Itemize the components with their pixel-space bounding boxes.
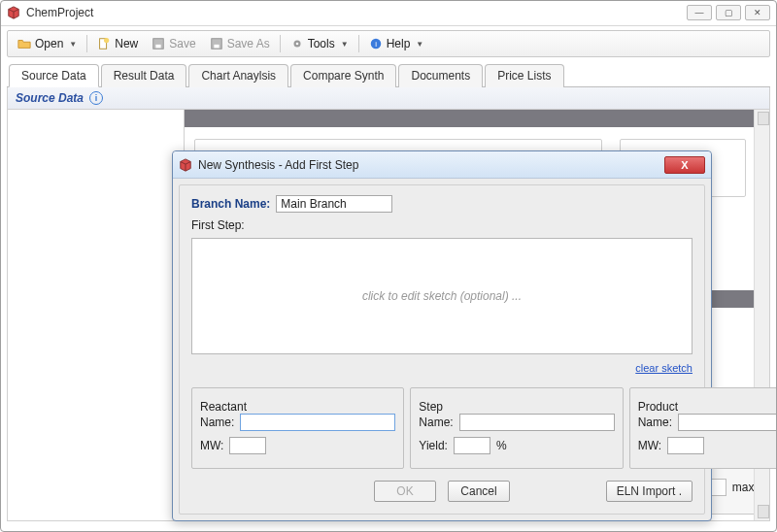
product-name-label: Name: (638, 416, 672, 429)
dialog-button-row: OK Cancel ELN Import . (191, 481, 693, 502)
reactant-mw-label: MW: (200, 439, 223, 452)
chevron-down-icon: ▼ (416, 40, 423, 49)
help-icon: i (369, 37, 383, 50)
svg-text:i: i (375, 40, 377, 49)
tree-pane[interactable] (8, 110, 185, 520)
branch-name-label: Branch Name: (191, 197, 270, 211)
separator (358, 35, 359, 52)
maximize-button[interactable]: ▢ (716, 5, 741, 20)
chevron-down-icon: ▼ (341, 40, 349, 49)
toolbar-label: Save (169, 37, 195, 50)
open-menu[interactable]: Open ▼ (12, 35, 83, 52)
eln-import-button[interactable]: ELN Import . (606, 481, 693, 502)
file-new-icon (97, 37, 111, 50)
product-mw-label: MW: (638, 439, 661, 452)
tab-chart-analysis[interactable]: Chart Anaylsis (188, 64, 288, 87)
new-button[interactable]: New (91, 35, 144, 52)
svg-rect-5 (156, 45, 161, 49)
dialog-title: New Synthesis - Add First Step (198, 158, 358, 172)
dialog-body: Branch Name: First Step: click to edit s… (179, 184, 705, 515)
close-window-button[interactable]: ✕ (745, 5, 770, 20)
step-name-input[interactable] (459, 414, 615, 431)
product-mw-input[interactable] (667, 437, 704, 454)
group-legend: Product (638, 400, 678, 414)
sketch-area[interactable]: click to edit sketch (optional) ... (191, 238, 693, 354)
toolbar-label: Tools (308, 37, 335, 50)
tab-source-data[interactable]: Source Data (9, 64, 99, 87)
tab-compare-synth[interactable]: Compare Synth (290, 64, 396, 87)
minimize-button[interactable]: — (687, 5, 712, 20)
save-button[interactable]: Save (146, 35, 201, 52)
clear-sketch-link[interactable]: clear sketch (635, 362, 693, 374)
step-group: Step Name: Yield: % (410, 387, 623, 469)
tab-price-lists[interactable]: Price Lists (485, 64, 563, 87)
save-as-button[interactable]: Save As (204, 35, 276, 52)
svg-point-3 (104, 38, 109, 43)
separator (86, 35, 87, 52)
app-title: ChemProject (26, 6, 93, 19)
step-yield-label: Yield: (419, 439, 448, 452)
app-window: ChemProject — ▢ ✕ Open ▼ New Save (0, 0, 777, 532)
dialog-titlebar[interactable]: New Synthesis - Add First Step X (173, 151, 711, 179)
section-title: Source Data (16, 91, 84, 105)
info-icon[interactable]: i (89, 91, 103, 105)
branch-name-input[interactable] (276, 195, 392, 213)
reactant-group: Reactant Name: MW: (191, 387, 404, 469)
tab-documents[interactable]: Documents (398, 64, 483, 87)
save-icon (152, 37, 165, 50)
max-label: max (732, 481, 755, 494)
step-yield-input[interactable] (454, 437, 490, 454)
gear-icon (290, 37, 304, 50)
group-legend: Reactant (200, 400, 247, 414)
reactant-mw-input[interactable] (229, 437, 266, 454)
svg-rect-7 (214, 45, 219, 49)
first-step-label: First Step: (191, 218, 245, 232)
yield-unit: % (496, 439, 507, 452)
reactant-name-label: Name: (200, 416, 234, 429)
group-legend: Step (419, 400, 443, 414)
ok-button[interactable]: OK (374, 481, 436, 502)
header-strip (185, 110, 769, 127)
product-name-input[interactable] (678, 414, 777, 431)
tab-result-data[interactable]: Result Data (101, 64, 187, 87)
reactant-name-input[interactable] (240, 414, 395, 431)
folder-open-icon (17, 37, 31, 50)
main-toolbar: Open ▼ New Save Save As Tool (7, 30, 770, 57)
toolbar-label: Help (387, 37, 411, 50)
toolbar-label: Open (35, 37, 63, 50)
tab-strip: Source Data Result Data Chart Anaylsis C… (7, 63, 770, 87)
source-data-header: Source Data i (7, 87, 770, 110)
help-menu[interactable]: i Help ▼ (363, 35, 430, 52)
toolbar-label: Save As (227, 37, 270, 50)
tools-menu[interactable]: Tools ▼ (285, 35, 355, 52)
sketch-placeholder: click to edit sketch (optional) ... (362, 289, 522, 303)
save-as-icon (210, 37, 223, 50)
separator (280, 35, 281, 52)
new-synthesis-dialog: New Synthesis - Add First Step X Branch … (172, 150, 712, 521)
chevron-down-icon: ▼ (69, 40, 77, 49)
step-name-label: Name: (419, 416, 453, 429)
app-titlebar: ChemProject — ▢ ✕ (1, 1, 776, 26)
svg-point-9 (295, 43, 298, 46)
app-icon (7, 6, 20, 19)
dialog-close-button[interactable]: X (664, 156, 705, 174)
product-group: Product Name: MW: (629, 387, 777, 469)
app-icon (179, 158, 192, 172)
cancel-button[interactable]: Cancel (448, 481, 510, 502)
toolbar-label: New (115, 37, 138, 50)
